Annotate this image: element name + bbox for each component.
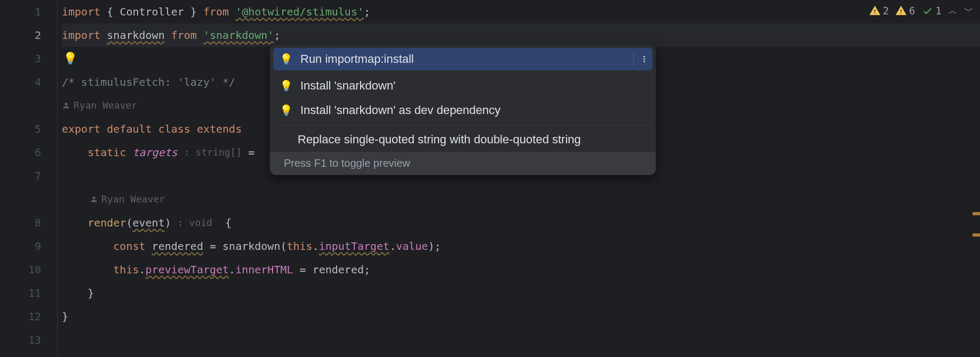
intention-popup: 💡 Run importmap:install 💡 Install 'snark… xyxy=(269,44,656,175)
keyword: this xyxy=(113,258,139,281)
person-icon xyxy=(90,195,98,204)
code-line[interactable]: } xyxy=(62,281,980,305)
identifier: Controller xyxy=(119,0,184,23)
inspection-warnings[interactable]: 6 xyxy=(895,5,915,17)
intention-item[interactable]: Replace single-quoted string with double… xyxy=(270,127,656,152)
keyword: static xyxy=(87,141,126,164)
inspection-widget[interactable]: 2 6 1 ︿ ﹀ xyxy=(869,4,974,17)
field: previewTarget xyxy=(146,258,229,281)
keyword: class xyxy=(158,117,190,141)
dot: . xyxy=(139,258,146,281)
intention-label: Replace single-quoted string with double… xyxy=(298,133,581,147)
lightbulb-icon[interactable]: 💡 xyxy=(63,47,77,70)
fn-call: snarkdown xyxy=(222,234,280,258)
brace: } xyxy=(87,281,94,305)
keyword: const xyxy=(113,234,145,258)
author-hint: Ryan Weaver xyxy=(62,188,980,211)
line-number: 13 xyxy=(0,328,41,352)
line-number-gutter: 1 2 3 4 5 6 7 8 9 10 11 12 13 xyxy=(0,0,58,357)
chevron-down-icon[interactable]: ﹀ xyxy=(964,4,974,17)
operator: = xyxy=(242,141,261,164)
intention-label: Run importmap:install xyxy=(300,52,414,66)
semicolon: ; xyxy=(274,23,280,47)
keyword: import xyxy=(62,23,100,47)
intention-item[interactable]: 💡 Install 'snarkdown' xyxy=(270,74,656,98)
method-name: render xyxy=(87,211,126,234)
line-number: 12 xyxy=(0,305,41,328)
line-number: 3 xyxy=(0,47,41,70)
error-stripe-marker[interactable] xyxy=(973,233,980,237)
lightbulb-icon: 💡 xyxy=(280,53,293,66)
lightbulb-icon: 💡 xyxy=(280,104,293,117)
code-line[interactable] xyxy=(62,328,980,352)
line-number xyxy=(0,94,41,117)
line-number: 4 xyxy=(0,70,41,94)
warning-triangle-icon xyxy=(895,5,907,17)
identifier: rendered xyxy=(152,234,203,258)
line-number: 6 xyxy=(0,141,41,164)
error-stripe-marker[interactable] xyxy=(973,212,980,215)
field: inputTarget xyxy=(319,234,389,258)
line-number: 1 xyxy=(0,0,41,23)
svg-point-2 xyxy=(643,61,645,62)
line-number: 7 xyxy=(0,164,41,188)
inspection-errors[interactable]: 2 xyxy=(869,5,889,17)
kebab-icon xyxy=(640,55,648,63)
chevron-up-icon[interactable]: ︿ xyxy=(948,4,958,17)
inspection-count: 1 xyxy=(936,5,942,17)
svg-point-0 xyxy=(643,56,645,58)
string-literal: 'snarkdown' xyxy=(203,23,274,47)
keyword: export xyxy=(62,117,100,141)
property: innerHTML xyxy=(235,258,293,281)
line-number: 11 xyxy=(0,281,41,305)
code-line[interactable]: import { Controller } from '@hotwired/st… xyxy=(62,0,980,23)
semicolon: ; xyxy=(364,258,370,281)
line-number: 8 xyxy=(0,211,41,234)
brace: { xyxy=(212,211,232,234)
popup-hint: Press F1 to toggle preview xyxy=(284,157,410,169)
keyword: from xyxy=(171,23,197,47)
operator: = xyxy=(293,258,313,281)
intention-label: Install 'snarkdown' xyxy=(300,79,395,93)
code-line[interactable]: this.previewTarget.innerHTML = rendered; xyxy=(62,258,980,281)
field: targets xyxy=(132,141,177,164)
param: event xyxy=(132,211,164,234)
dot: . xyxy=(313,234,319,258)
warning-triangle-icon xyxy=(869,5,881,17)
code-line[interactable]: render(event) : void { xyxy=(62,211,980,234)
inspection-count: 6 xyxy=(909,5,915,17)
intention-item[interactable]: 💡 Run importmap:install xyxy=(273,48,652,70)
lightbulb-icon: 💡 xyxy=(280,79,293,92)
inspection-count: 2 xyxy=(883,5,889,17)
intention-item[interactable]: 💡 Install 'snarkdown' as dev dependency xyxy=(270,98,656,123)
more-options-icon[interactable] xyxy=(633,52,648,67)
operator: = xyxy=(203,234,222,258)
semicolon: ; xyxy=(434,234,441,258)
line-number xyxy=(0,188,41,211)
keyword: extends xyxy=(197,117,242,141)
code-line[interactable]: const rendered = snarkdown(this.inputTar… xyxy=(62,234,980,258)
dot: . xyxy=(389,234,396,258)
paren: ( xyxy=(126,211,132,234)
code-line-active[interactable]: import snarkdown from 'snarkdown'; xyxy=(62,23,980,47)
separator xyxy=(277,125,648,125)
line-number: 5 xyxy=(0,117,41,141)
paren: ( xyxy=(280,234,286,258)
inspection-ok[interactable]: 1 xyxy=(922,5,942,17)
paren: ) xyxy=(165,211,171,234)
svg-point-1 xyxy=(643,59,645,60)
code-line[interactable]: } xyxy=(62,305,980,328)
line-number: 2 xyxy=(0,23,41,47)
popup-footer: Press F1 to toggle preview xyxy=(270,152,656,175)
property: value xyxy=(396,234,428,258)
author-name: Ryan Weaver xyxy=(74,94,137,117)
string-literal: '@hotwired/stimulus' xyxy=(235,0,364,23)
line-number: 10 xyxy=(0,258,41,281)
intention-label: Install 'snarkdown' as dev dependency xyxy=(300,103,500,117)
paren: ) xyxy=(428,234,434,258)
inlay-hint: : void xyxy=(178,211,212,234)
brace: { xyxy=(107,0,113,23)
brace: } xyxy=(190,0,197,23)
author-name: Ryan Weaver xyxy=(101,188,165,211)
brace: } xyxy=(62,305,68,328)
